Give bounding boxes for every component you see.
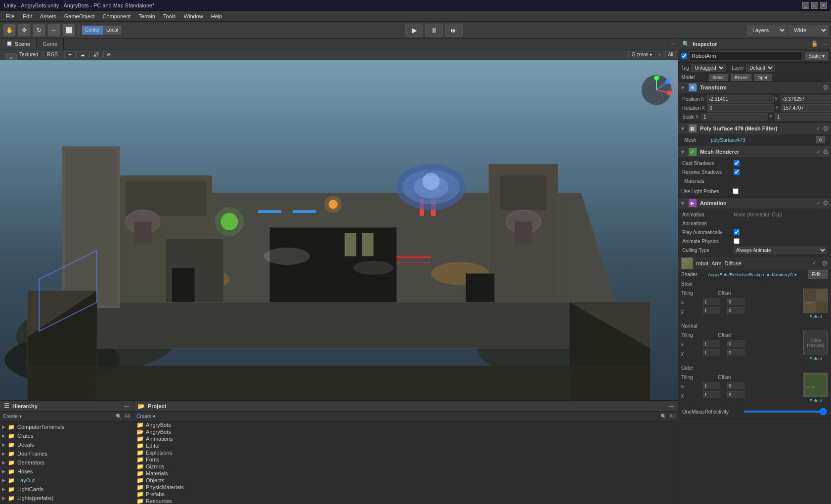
- rotation-y-input[interactable]: [781, 104, 831, 112]
- base-y-offset[interactable]: [727, 307, 744, 314]
- gameobject-enabled-checkbox[interactable]: [681, 53, 687, 59]
- rotation-x-input[interactable]: [707, 104, 774, 112]
- cube-y-tiling[interactable]: [703, 391, 720, 398]
- hierarchy-item-crates[interactable]: ▶ 📁 Crates: [0, 431, 133, 440]
- project-folder-fonts[interactable]: 📁 Fonts: [133, 456, 678, 463]
- position-x-input[interactable]: [707, 95, 774, 103]
- scale-y-input[interactable]: [775, 113, 831, 121]
- project-minimize[interactable]: ─: [669, 402, 674, 410]
- menu-file[interactable]: File: [2, 12, 19, 20]
- scene-opt-2[interactable]: ☁: [77, 51, 88, 58]
- mesh-select-btn[interactable]: ⊙: [816, 136, 825, 143]
- position-y-input[interactable]: [781, 95, 831, 103]
- material-settings[interactable]: ⚙: [822, 259, 828, 267]
- project-folder-gizmos[interactable]: 📁 Gizmos: [133, 463, 678, 470]
- menu-tools[interactable]: Tools: [159, 12, 180, 20]
- project-folder-materials[interactable]: 📁 Materials: [133, 470, 678, 477]
- model-select-btn[interactable]: Select: [709, 74, 728, 81]
- mesh-filter-settings[interactable]: ⚙: [823, 125, 829, 132]
- gizmos-btn[interactable]: Gizmos ▾: [628, 51, 656, 58]
- project-folder-physicmaterials[interactable]: 📁 PhysicMaterials: [133, 484, 678, 491]
- center-btn[interactable]: Center: [82, 26, 103, 35]
- cast-shadows-checkbox[interactable]: [734, 160, 740, 166]
- project-folder-angrybots-2[interactable]: 📂 AngryBots: [133, 428, 678, 435]
- receive-shadows-checkbox[interactable]: [734, 169, 740, 175]
- project-folder-prefabs[interactable]: 📁 Prefabs: [133, 491, 678, 498]
- cube-y-offset[interactable]: [727, 391, 744, 398]
- material-edit-btn[interactable]: Edit...: [808, 270, 828, 279]
- hierarchy-item-layout[interactable]: ▶ 📁 LayOut: [0, 476, 133, 485]
- hierarchy-item-generators[interactable]: ▶ 📁 Generators: [0, 458, 133, 467]
- hierarchy-item-doorframes[interactable]: ▶ 📁 DoorFrames: [0, 449, 133, 458]
- mesh-filter-header[interactable]: ▼ ▦ Poly Surface 479 (Mesh Filter) ✓ ⚙: [678, 123, 831, 134]
- base-y-tiling[interactable]: [703, 307, 720, 314]
- animation-header[interactable]: ▼ ▶ Animation ✓ ⚙: [678, 198, 831, 209]
- base-x-tiling[interactable]: [703, 298, 720, 305]
- project-create-btn[interactable]: Create ▾: [136, 414, 155, 419]
- menu-assets[interactable]: Assets: [36, 12, 60, 20]
- animation-settings[interactable]: ⚙: [823, 199, 829, 207]
- hierarchy-item-lights[interactable]: ▶ 📁 Lights(prefabs): [0, 494, 133, 503]
- hierarchy-minimize[interactable]: ─: [124, 402, 129, 410]
- mesh-filter-enabled[interactable]: ✓: [816, 126, 821, 132]
- scale-x-input[interactable]: [701, 113, 768, 121]
- scene-minimize-icon[interactable]: ─: [671, 41, 675, 46]
- scale-tool[interactable]: ↔: [47, 24, 60, 37]
- model-open-btn[interactable]: Open: [754, 74, 772, 81]
- project-folder-objects[interactable]: 📁 Objects: [133, 477, 678, 484]
- menu-gameobject[interactable]: GameObject: [60, 12, 99, 20]
- animation-enabled[interactable]: ✓: [816, 200, 821, 207]
- cube-x-tiling[interactable]: [703, 382, 720, 389]
- hierarchy-item-computer-terminals[interactable]: ▶ 📁 ComputerTerminals: [0, 422, 133, 431]
- gameobject-name-input[interactable]: [689, 51, 803, 60]
- normal-x-offset[interactable]: [727, 340, 744, 347]
- animate-physics-checkbox[interactable]: [734, 238, 740, 244]
- project-folder-angrybots-1[interactable]: 📁 AngryBots: [133, 421, 678, 428]
- menu-component[interactable]: Component: [98, 12, 134, 20]
- minimize-button[interactable]: _: [802, 2, 809, 9]
- menu-edit[interactable]: Edit: [19, 12, 36, 20]
- cube-select-btn[interactable]: Select: [803, 398, 828, 403]
- model-revert-btn[interactable]: Revert: [731, 74, 751, 81]
- play-auto-checkbox[interactable]: [734, 229, 740, 235]
- mesh-renderer-settings[interactable]: ⚙: [823, 148, 829, 156]
- project-folder-animations[interactable]: 📁 Animations: [133, 435, 678, 442]
- normal-select-btn[interactable]: Select: [803, 356, 828, 361]
- close-button[interactable]: ✕: [820, 2, 827, 9]
- scene-opt-1[interactable]: ☀: [64, 51, 76, 58]
- rect-tool[interactable]: ⬜: [62, 24, 75, 37]
- tab-scene[interactable]: 🔲 Scene: [0, 39, 37, 49]
- maximize-button[interactable]: □: [811, 2, 818, 9]
- scene-opt-4[interactable]: ⊕: [103, 51, 114, 58]
- menu-window[interactable]: Window: [180, 12, 207, 20]
- local-btn[interactable]: Local: [103, 26, 121, 35]
- play-button[interactable]: ▶: [405, 24, 423, 37]
- layer-select[interactable]: Default: [746, 64, 775, 72]
- hierarchy-item-decals[interactable]: ▶ 📁 Decals: [0, 440, 133, 449]
- pause-button[interactable]: ⏸: [425, 24, 443, 37]
- layers-dropdown[interactable]: Layers: [747, 25, 787, 36]
- all-btn[interactable]: All: [665, 51, 676, 58]
- base-texture-thumb[interactable]: tex: [803, 289, 828, 313]
- normal-x-tiling[interactable]: [703, 340, 720, 347]
- tab-game[interactable]: Game: [37, 39, 64, 49]
- culling-type-select[interactable]: Always Animate: [734, 247, 827, 254]
- mesh-renderer-enabled[interactable]: ✓: [816, 149, 821, 155]
- cube-texture-thumb[interactable]: cube: [803, 373, 828, 397]
- mesh-renderer-header[interactable]: ▼ ✓ Mesh Renderer ✓ ⚙: [678, 146, 831, 157]
- rotate-tool[interactable]: ↻: [33, 24, 45, 37]
- hierarchy-create-btn[interactable]: Create ▾: [3, 414, 22, 419]
- scene-viewport[interactable]: Z X Y: [0, 60, 678, 400]
- hierarchy-item-hoses[interactable]: ▶ 📁 Hoses: [0, 467, 133, 476]
- normal-y-tiling[interactable]: [703, 349, 720, 356]
- transform-header[interactable]: ▼ ⊕ Transform ⚙: [678, 82, 831, 93]
- static-dropdown[interactable]: Static ▾: [805, 52, 828, 60]
- project-folder-editor[interactable]: 📁 Editor: [133, 442, 678, 449]
- cube-x-offset[interactable]: [727, 382, 744, 389]
- project-folder-explosions[interactable]: 📁 Explosions: [133, 449, 678, 456]
- one-minus-slider[interactable]: [744, 411, 827, 413]
- step-button[interactable]: ⏭: [445, 24, 463, 37]
- menu-help[interactable]: Help: [207, 12, 226, 20]
- tag-select[interactable]: Untagged: [691, 64, 726, 72]
- use-light-probes-checkbox[interactable]: [733, 188, 739, 194]
